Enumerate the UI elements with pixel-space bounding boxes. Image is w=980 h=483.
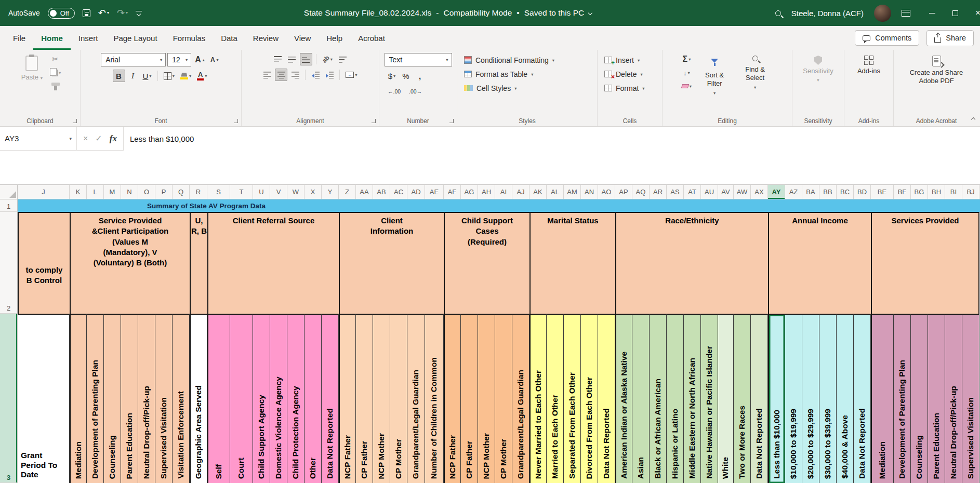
customize-quick-access-button[interactable] [136,11,142,16]
enter-button[interactable]: ✓ [95,133,102,143]
column-header-N[interactable]: N [121,185,138,199]
cell-X3[interactable]: Other [304,314,322,483]
column-header-AP[interactable]: AP [615,185,632,199]
top-align-button[interactable] [272,53,284,65]
cell-AZ3[interactable]: $10,000 to $19,999 [785,314,802,483]
cell-styles-button[interactable]: Cell Styles ▾ [459,81,595,95]
orientation-button[interactable]: ab▾ [320,53,335,65]
cell-AB3[interactable]: NCP Mother [373,314,390,483]
cell-AS3[interactable]: Hispanic or Latino [667,314,684,483]
header-cell-Z2-AE2[interactable]: Client Information [339,212,444,314]
cell-AM3[interactable]: Separated From Each Other [564,314,581,483]
column-header-V[interactable]: V [270,185,287,199]
column-header-AR[interactable]: AR [650,185,667,199]
format-painter-button[interactable] [48,80,63,92]
column-header-AC[interactable]: AC [390,185,407,199]
cell-N3[interactable]: Parent Education [121,314,138,483]
tab-review[interactable]: Review [245,26,286,50]
cell-R3[interactable]: Geographic Area Served [190,314,207,483]
cell-Y3[interactable]: Data Not Reported [322,314,339,483]
column-header-AN[interactable]: AN [581,185,598,199]
font-color-button[interactable]: A▾ [195,70,209,82]
conditional-formatting-button[interactable]: Conditional Formatting ▾ [459,53,595,67]
cell-AC3[interactable]: CP Mother [390,314,407,483]
column-header-AE[interactable]: AE [425,185,444,199]
column-header-BD[interactable]: BD [854,185,871,199]
percent-style-button[interactable]: % [400,70,412,82]
header-cell-AP2-AX2[interactable]: Race/Ethnicity [615,212,768,314]
header-cell-BE2-BJ2[interactable]: Services Provided [871,212,979,314]
clear-button[interactable]: ▾ [680,80,694,92]
number-dialog-launcher[interactable] [449,119,454,123]
decrease-font-size-button[interactable]: A▾ [208,53,221,66]
cell-AO3[interactable]: Data Not Reported [598,314,615,483]
column-header-AT[interactable]: AT [684,185,701,199]
header-cell-AF2-AJ2[interactable]: Child Support Cases (Required) [444,212,529,314]
center-button[interactable] [275,69,287,81]
header-cell-R2[interactable]: U, R, B [190,212,207,314]
name-box[interactable]: AY3 ▾ [0,127,77,151]
cell-AV3[interactable]: White [718,314,734,483]
cell-BI3[interactable]: Neutral Drop-off/Pick-up [945,314,962,483]
cell-BA3[interactable]: $20,000 to $29,999 [802,314,819,483]
column-header-W[interactable]: W [287,185,304,199]
cell-M3[interactable]: Counseling [104,314,121,483]
banner-row[interactable]: Summary of State AV Program Data [18,199,980,212]
copy-button[interactable]: ▾ [48,66,63,79]
search-button[interactable] [775,10,781,16]
cell-AT3[interactable]: Middle Eastern or North African [684,314,701,483]
find-select-button[interactable]: Find & Select ▾ [735,53,775,98]
tab-help[interactable]: Help [319,26,350,50]
minimize-button[interactable] [921,0,944,26]
accounting-format-button[interactable]: $▾ [386,70,398,82]
cell-AW3[interactable]: Two or More Races [734,314,751,483]
avatar[interactable] [874,5,891,22]
column-header-AG[interactable]: AG [461,185,478,199]
column-header-BA[interactable]: BA [802,185,819,199]
cell-AK3[interactable]: Never Married to Each Other [529,314,547,483]
header-cell-K2-Q2[interactable]: Service Provided &Client Participation (… [70,212,190,314]
column-header-AS[interactable]: AS [667,185,684,199]
cell-AE3[interactable]: Number of Children in Common [425,314,444,483]
decrease-indent-button[interactable] [309,69,322,81]
column-header-AO[interactable]: AO [598,185,615,199]
column-header-AQ[interactable]: AQ [632,185,650,199]
column-header-AM[interactable]: AM [564,185,581,199]
align-left-button[interactable] [261,69,273,81]
tab-formulas[interactable]: Formulas [165,26,214,50]
autosave-toggle[interactable]: Off [48,8,75,19]
underline-button[interactable]: U▾ [141,70,154,82]
column-header-AF[interactable]: AF [444,185,461,199]
redo-button[interactable]: ↷▾ [117,8,128,18]
font-dialog-launcher[interactable] [234,119,238,123]
column-header-Z[interactable]: Z [339,185,356,199]
font-size-select[interactable]: 12▾ [167,53,191,66]
maximize-button[interactable] [944,0,966,26]
comments-button[interactable]: Comments [855,30,919,46]
column-header-BB[interactable]: BB [819,185,837,199]
column-header-AV[interactable]: AV [718,185,734,199]
column-header-AJ[interactable]: AJ [512,185,529,199]
cell-W3[interactable]: Child Protection Agency [287,314,304,483]
paste-button[interactable]: Paste ▾ [17,53,47,92]
cell-BG3[interactable]: Counseling [911,314,928,483]
comma-style-button[interactable]: , [414,70,426,82]
tab-data[interactable]: Data [213,26,245,50]
cell-K3[interactable]: Mediation [70,314,87,483]
bold-button[interactable]: B [113,70,125,82]
delete-cells-button[interactable]: Delete ▾ [600,67,660,81]
column-header-X[interactable]: X [304,185,322,199]
format-cells-button[interactable]: Format ▾ [600,81,660,95]
create-share-pdf-button[interactable]: Create and Share Adobe PDF [901,53,972,88]
insert-cells-button[interactable]: Insert ▾ [600,53,660,67]
share-button[interactable]: Share [926,30,974,46]
cell-BJ3[interactable]: Supervised Visitation [962,314,979,483]
column-header-AZ[interactable]: AZ [785,185,802,199]
select-all-button[interactable] [0,185,18,199]
column-header-BJ[interactable]: BJ [962,185,979,199]
wrap-text-button[interactable] [336,53,349,65]
cell-BH3[interactable]: Parent Education [928,314,945,483]
alignment-dialog-launcher[interactable] [372,119,376,123]
cell-V3[interactable]: Domestic Violence Agency [270,314,287,483]
cell-L3[interactable]: Development of Parenting Plan [87,314,104,483]
